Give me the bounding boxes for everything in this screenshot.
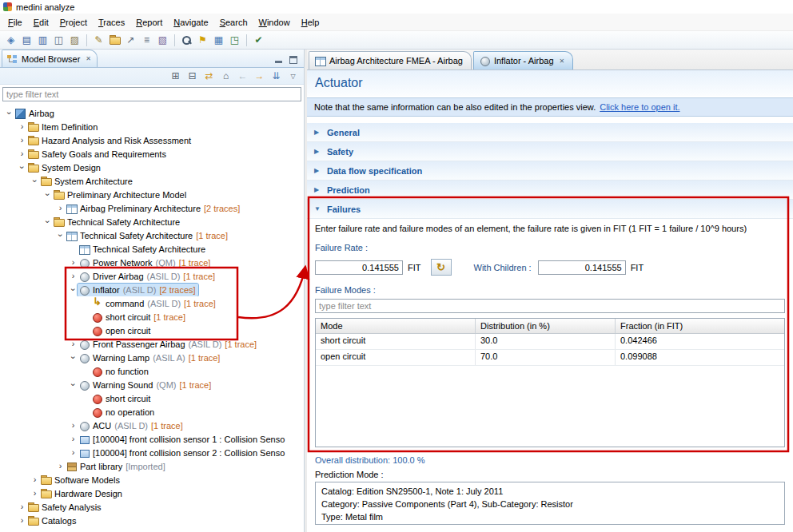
chevron-collapsed-icon[interactable]: › [56,204,65,212]
chevron-collapsed-icon[interactable]: › [18,516,26,525]
tree-item-no-operation[interactable]: no operation [0,405,304,419]
table-icon[interactable]: ▦ [211,33,226,48]
tree-item-front-passenger-airbag[interactable]: ›Front Passenger Airbag(ASIL D)[1 trace] [0,337,304,351]
menu-navigate[interactable]: Navigate [168,16,213,29]
chevron-collapsed-icon[interactable]: › [69,435,78,443]
tree-item-driver-airbag[interactable]: ›Driver Airbag(ASIL D)[1 trace] [0,269,304,283]
tab-airbag-architecture-fmea[interactable]: Airbag Architecture FMEA - Airbag [309,51,472,69]
close-icon[interactable]: ✕ [560,58,565,65]
tree-item-technical-safety-architecture[interactable]: ›Technical Safety Architecture[1 trace] [0,228,304,242]
chevron-collapsed-icon[interactable]: › [30,475,39,484]
expand-all-icon[interactable]: ⊞ [169,69,182,83]
failure-modes-filter-input[interactable] [315,299,785,313]
save-all-icon[interactable]: ▥ [35,33,50,48]
export-icon[interactable]: ↗ [123,33,138,48]
chevron-collapsed-icon[interactable]: › [18,122,26,131]
chevron-collapsed-icon[interactable]: › [69,339,78,348]
tree-item-airbag-preliminary-architecture[interactable]: ›Airbag Preliminary Architecture[2 trace… [0,201,304,215]
comment-icon[interactable]: ✎ [91,33,106,48]
menu-report[interactable]: Report [130,16,168,29]
tree-item-hazard-analysis-and-risk-assessment[interactable]: ›Hazard Analysis and Risk Assessment [0,133,304,147]
open-folder-icon[interactable] [107,33,122,48]
tree-item-command[interactable]: command(ASIL D)[1 trace] [0,296,304,310]
failure-rate-input[interactable] [315,260,403,275]
menu-search[interactable]: Search [214,16,253,29]
tree-item-technical-safety-architecture[interactable]: Technical Safety Architecture [0,242,304,256]
section-prediction[interactable]: ▶Prediction [307,181,793,200]
model-filter-input[interactable] [2,87,301,101]
chevron-expanded-icon[interactable]: › [69,353,78,362]
check-icon[interactable]: ✔ [251,33,266,48]
section-safety[interactable]: ▶Safety [307,142,793,161]
chevron-expanded-icon[interactable]: › [69,380,78,389]
chevron-expanded-icon[interactable]: › [69,285,78,294]
table-row[interactable]: open circuit70.00.099088 [316,350,784,366]
tab-inflator-airbag[interactable]: Inflator - Airbag ✕ [473,51,573,69]
tree-item-100004-front-collision-sensor-1-collision-senso[interactable]: ›[100004] front collision sensor 1 : Col… [0,432,304,446]
copy-icon[interactable]: ◫ [51,33,66,48]
chevron-expanded-icon[interactable]: › [43,217,52,226]
chevron-collapsed-icon[interactable]: › [69,272,78,280]
chevron-collapsed-icon[interactable]: › [69,258,78,267]
column-header-mode[interactable]: Mode [316,319,476,333]
chevron-expanded-icon[interactable]: › [30,177,39,185]
menu-traces[interactable]: Traces [93,16,130,29]
tree-item-short-circuit[interactable]: short circuit [0,391,304,405]
section-failures[interactable]: ▼ Failures [307,200,793,219]
tree-item-hardware-design[interactable]: ›Hardware Design [0,486,304,500]
tree-item-system-design[interactable]: ›System Design [0,161,304,174]
section-data-flow-specification[interactable]: ▶Data flow specification [307,161,793,181]
tree-item-power-network[interactable]: ›Power Network(QM)[1 trace] [0,256,304,269]
tree-item-catalogs[interactable]: ›Catalogs [0,514,304,527]
tree-item-safety-goals-and-requirements[interactable]: ›Safety Goals and Requirements [0,147,304,161]
new-wizard-icon[interactable]: ◈ [3,33,18,48]
tree-item-inflator[interactable]: ›Inflator(ASIL D)[2 traces] [0,283,304,296]
package-icon[interactable]: ▧ [155,33,170,48]
back-icon[interactable]: ← [236,69,249,83]
tree-item-item-definition[interactable]: ›Item Definition [0,120,304,133]
tree-item-airbag[interactable]: ›Airbag [0,106,304,120]
tree-item-short-circuit[interactable]: short circuit[1 trace] [0,310,304,324]
menu-window[interactable]: Window [253,16,296,29]
search-icon[interactable] [179,33,194,48]
column-header-fraction-in-fit[interactable]: Fraction (in FIT) [616,319,784,333]
chevron-collapsed-icon[interactable]: › [18,502,26,511]
tree-item-safety-analysis[interactable]: ›Safety Analysis [0,500,304,514]
tree-item-warning-sound[interactable]: ›Warning Sound(QM)[1 trace] [0,378,304,391]
print-icon[interactable]: ≡ [139,33,154,48]
section-general[interactable]: ▶General [307,123,793,142]
chevron-collapsed-icon[interactable]: › [30,489,39,498]
collapse-all-icon[interactable]: ⊟ [185,69,199,83]
sort-icon[interactable]: ⇊ [269,69,283,83]
close-icon[interactable]: ✕ [86,55,91,62]
tree-item-technical-safety-architecture[interactable]: ›Technical Safety Architecture [0,215,304,228]
menu-project[interactable]: Project [54,16,93,29]
tree-item-system-architecture[interactable]: ›System Architecture [0,174,304,188]
chevron-collapsed-icon[interactable]: › [18,149,26,158]
recalculate-button[interactable]: ↻ [431,259,452,276]
tree-item-preliminary-architecture-model[interactable]: ›Preliminary Architecture Model [0,188,304,201]
maximize-icon[interactable] [289,56,297,64]
note-link[interactable]: Click here to open it. [600,102,679,112]
with-children-input[interactable] [538,260,626,275]
tree-item-warning-lamp[interactable]: ›Warning Lamp(ASIL A)[1 trace] [0,351,304,364]
home-icon[interactable]: ⌂ [219,69,233,83]
minimize-icon[interactable] [275,56,283,64]
chevron-expanded-icon[interactable]: › [56,231,65,240]
menu-file[interactable]: File [2,16,28,29]
tree-item-no-function[interactable]: no function [0,364,304,378]
chevron-collapsed-icon[interactable]: › [69,421,78,430]
chevron-collapsed-icon[interactable]: › [18,136,26,145]
chevron-expanded-icon[interactable]: › [18,163,26,172]
chevron-expanded-icon[interactable]: › [43,190,52,199]
table-row[interactable]: short circuit30.00.042466 [316,334,784,350]
forward-icon[interactable]: → [253,69,266,83]
tree-item-acu[interactable]: ›ACU(ASIL D)[1 trace] [0,419,304,432]
link-with-editor-icon[interactable]: ⇄ [202,69,216,83]
diagram-icon[interactable]: ◳ [227,33,242,48]
tree-item-part-library[interactable]: ›Part library[Imported] [0,459,304,473]
chevron-collapsed-icon[interactable]: › [56,462,65,470]
chevron-collapsed-icon[interactable]: › [69,448,78,457]
flag-icon[interactable]: ⚑ [195,33,210,48]
view-menu-icon[interactable]: ▽ [286,69,300,83]
